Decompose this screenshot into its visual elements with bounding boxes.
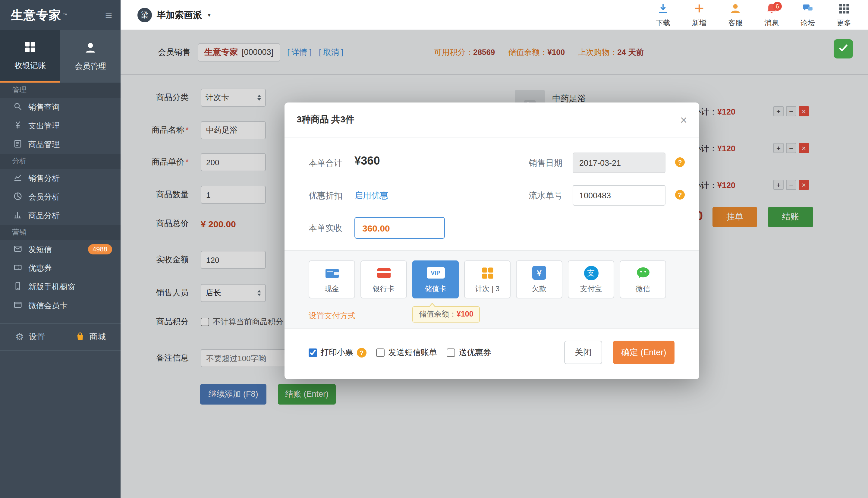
sms-bill-label: 发送短信账单 — [388, 347, 437, 358]
logo-trademark: ™ — [63, 12, 67, 18]
messages-label: 消息 — [764, 18, 779, 28]
person-icon — [84, 41, 97, 56]
sale-date-label: 销售日期 — [529, 158, 562, 169]
yen-icon — [13, 120, 22, 131]
sidebar-item-label: 微信会员卡 — [28, 300, 67, 311]
tooltip-value: ¥100 — [457, 310, 473, 318]
stored-value-balance-tooltip: 储值余额：¥100 — [412, 306, 480, 323]
support-action[interactable]: 客服 — [717, 0, 753, 30]
payment-methods-area: 现金 银行卡 VIP 储值卡 计次 | 3 ¥ 欠款 支 支付宝 — [284, 250, 699, 329]
pay-method-stored-value-card[interactable]: VIP 储值卡 — [412, 260, 459, 299]
sidebar-item-expense[interactable]: 支出管理 — [0, 116, 121, 135]
sidebar-item-products[interactable]: 商品管理 — [0, 135, 121, 154]
success-check-button[interactable] — [833, 39, 853, 58]
sidebar-item-label: 商品管理 — [28, 139, 60, 150]
enable-discount-link[interactable]: 启用优惠 — [355, 191, 388, 201]
tab-cashier-label: 收银记账 — [14, 60, 46, 71]
tab-cashier[interactable]: 收银记账 — [0, 30, 60, 82]
sidebar-item-sales-query[interactable]: 销售查询 — [0, 98, 121, 116]
pay-method-debt[interactable]: ¥ 欠款 — [516, 260, 562, 299]
sms-bill-checkbox[interactable] — [376, 349, 385, 357]
modal-checkboxes: 打印小票 ? 发送短信账单 送优惠券 — [309, 347, 491, 358]
messages-action[interactable]: 6 消息 — [753, 0, 790, 30]
message-count-badge: 6 — [773, 2, 782, 11]
sidebar-item-sms[interactable]: 发短信 4988 — [0, 240, 121, 259]
alipay-icon: 支 — [584, 265, 598, 281]
phone-icon — [13, 281, 22, 292]
modal-close-button[interactable]: 关闭 — [564, 341, 602, 364]
card-icon — [13, 300, 22, 311]
topbar-actions: 下载 新增 客服 6 消息 论坛 更多 — [645, 0, 862, 30]
support-person-icon — [729, 2, 742, 16]
settings-button[interactable]: ⚙ 设置 — [0, 324, 60, 350]
pay-method-punch-card[interactable]: 计次 | 3 — [464, 260, 510, 299]
sidebar-item-coupon[interactable]: 优惠券 — [0, 259, 121, 277]
close-icon[interactable]: × — [680, 114, 687, 126]
download-icon — [657, 2, 669, 16]
download-action[interactable]: 下载 — [645, 0, 681, 30]
app-root: 生意专家 ™ ≡ 梁 毕加索画派 ▼ 下载 新增 客服 6 — [0, 0, 868, 498]
give-coupon-label: 送优惠券 — [459, 347, 491, 358]
sidebar-item-label: 支出管理 — [28, 120, 60, 131]
tooltip-label: 储值余额： — [419, 310, 457, 318]
sidebar-item-label: 销售查询 — [28, 102, 60, 113]
mall-label: 商城 — [90, 331, 106, 342]
sidebar-tabs: 收银记账 会员管理 — [0, 30, 121, 82]
search-icon — [13, 102, 22, 113]
received-amount-label: 本单实收 — [309, 223, 342, 234]
sale-date-help-icon[interactable]: ? — [675, 157, 685, 167]
tab-members[interactable]: 会员管理 — [60, 30, 121, 82]
pay-method-wechat[interactable]: 微信 — [620, 260, 666, 299]
app-logo: 生意专家 — [11, 7, 62, 23]
sidebar-item-product-analysis[interactable]: 商品分析 — [0, 206, 121, 225]
add-action[interactable]: 新增 — [681, 0, 717, 30]
mall-button[interactable]: 商城 — [60, 324, 121, 350]
section-management: 管理 — [0, 82, 121, 98]
pay-method-bank-card[interactable]: 银行卡 — [360, 260, 407, 299]
debt-yen-icon: ¥ — [532, 265, 546, 281]
store-switcher[interactable]: 梁 毕加索画派 ▼ — [137, 0, 212, 30]
received-amount-input[interactable] — [355, 217, 445, 239]
hamburger-menu-icon[interactable]: ≡ — [105, 9, 112, 21]
sidebar-item-mobile-showcase[interactable]: 新版手机橱窗 — [0, 277, 121, 296]
discount-label: 优惠折扣 — [309, 191, 342, 201]
modal-confirm-button[interactable]: 确定 (Enter) — [613, 341, 675, 364]
serial-help-icon[interactable]: ? — [675, 190, 685, 199]
check-icon — [837, 42, 849, 56]
sidebar-item-wechat-card[interactable]: 微信会员卡 — [0, 296, 121, 315]
settings-label: 设置 — [29, 331, 45, 342]
sidebar-item-label: 销售分析 — [28, 173, 60, 184]
sidebar-item-label: 优惠券 — [28, 263, 52, 273]
pay-method-cash[interactable]: 现金 — [309, 260, 355, 299]
sidebar-item-member-analysis[interactable]: 会员分析 — [0, 187, 121, 206]
gear-icon: ⚙ — [15, 332, 24, 342]
more-action[interactable]: 更多 — [826, 0, 862, 30]
print-help-icon[interactable]: ? — [357, 348, 366, 357]
line-chart-icon — [13, 173, 22, 184]
sale-date-input[interactable] — [573, 153, 666, 173]
envelope-icon — [13, 244, 22, 255]
give-coupon-checkbox[interactable] — [447, 349, 455, 357]
sidebar-footer: ⚙ 设置 商城 — [0, 323, 121, 351]
order-total-value: ¥360 — [355, 154, 380, 168]
serial-input[interactable] — [573, 185, 666, 206]
forum-action[interactable]: 论坛 — [790, 0, 826, 30]
sidebar-item-sales-analysis[interactable]: 销售分析 — [0, 169, 121, 187]
print-receipt-checkbox[interactable] — [309, 349, 317, 357]
tab-members-label: 会员管理 — [75, 61, 106, 72]
cashier-grid-icon — [24, 40, 37, 55]
bar-chart-icon — [13, 210, 22, 221]
chevron-down-icon: ▼ — [207, 12, 212, 18]
sidebar-item-label: 会员分析 — [28, 192, 60, 202]
order-total-label: 本单合计 — [309, 158, 342, 169]
document-icon — [13, 139, 22, 150]
sidebar-item-label: 发短信 — [28, 244, 52, 255]
set-payment-method-link[interactable]: 设置支付方式 — [309, 311, 356, 322]
pay-method-alipay[interactable]: 支 支付宝 — [568, 260, 614, 299]
plus-icon — [693, 2, 705, 16]
print-receipt-label: 打印小票 — [321, 347, 353, 358]
section-analysis: 分析 — [0, 154, 121, 169]
sms-count-badge: 4988 — [88, 244, 112, 254]
bank-card-icon — [376, 265, 391, 281]
modal-title: 3种商品 共3件 — [296, 114, 355, 126]
